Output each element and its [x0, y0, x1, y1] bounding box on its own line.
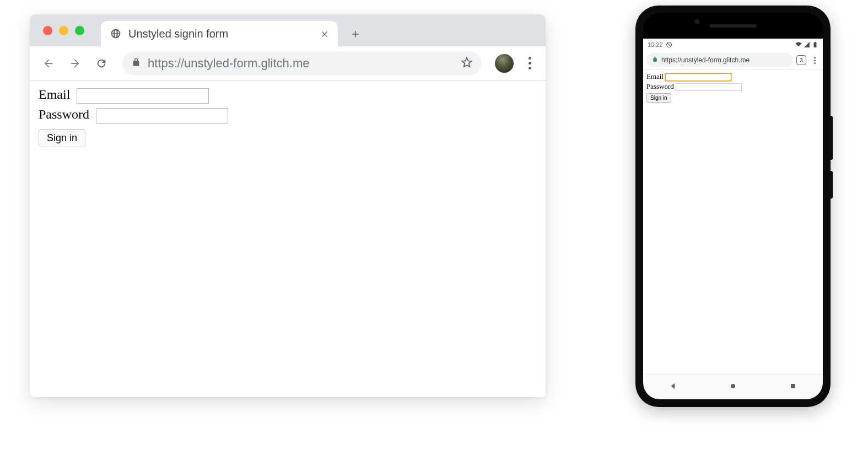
- forward-button[interactable]: [64, 52, 86, 74]
- mobile-menu-button[interactable]: [810, 57, 820, 64]
- back-button[interactable]: [37, 52, 60, 74]
- window-controls: [40, 14, 101, 46]
- password-row: Password: [39, 107, 537, 124]
- window-minimize-button[interactable]: [59, 26, 68, 35]
- cell-signal-icon: [804, 41, 810, 48]
- phone-notch: [643, 13, 823, 39]
- email-label: Email: [39, 87, 70, 101]
- svg-point-0: [731, 384, 735, 388]
- mobile-browser-toolbar: https://unstyled-form.glitch.me 3: [643, 51, 823, 69]
- svg-rect-1: [791, 384, 795, 388]
- page-body: Email Password Sign in: [30, 81, 546, 154]
- android-nav-bar: [643, 374, 823, 399]
- tab-count-button[interactable]: 3: [796, 55, 806, 65]
- mobile-password-input[interactable]: [676, 83, 742, 91]
- close-tab-icon[interactable]: [319, 28, 330, 39]
- mobile-password-label: Password: [646, 82, 674, 90]
- window-close-button[interactable]: [43, 26, 52, 35]
- mobile-password-row: Password: [646, 82, 820, 91]
- url-text: https://unstyled-form.glitch.me: [148, 56, 454, 71]
- profile-avatar[interactable]: [495, 54, 514, 73]
- bookmark-star-icon[interactable]: [461, 56, 473, 71]
- lock-icon: [131, 57, 141, 69]
- phone-device-frame: 10:22: [635, 6, 831, 407]
- mobile-email-row: Email: [646, 72, 820, 81]
- mobile-url-text: https://unstyled-form.glitch.me: [661, 56, 750, 64]
- phone-screen: 10:22: [643, 39, 823, 374]
- mobile-signin-button[interactable]: Sign in: [646, 93, 671, 103]
- phone-inner: 10:22: [643, 13, 823, 399]
- wifi-icon: [795, 41, 802, 48]
- do-not-disturb-icon: [666, 41, 672, 48]
- new-tab-button[interactable]: [346, 24, 365, 44]
- battery-icon: [812, 41, 818, 48]
- tab-title: Unstyled signin form: [128, 28, 312, 40]
- mobile-address-bar[interactable]: https://unstyled-form.glitch.me: [646, 53, 793, 67]
- mobile-page-body: Email Password Sign in: [643, 70, 823, 105]
- status-bar: 10:22: [643, 39, 823, 51]
- mobile-email-label: Email: [646, 72, 664, 81]
- window-maximize-button[interactable]: [75, 26, 84, 35]
- email-input[interactable]: [77, 88, 209, 104]
- android-back-button[interactable]: [668, 382, 677, 393]
- reload-button[interactable]: [90, 52, 112, 74]
- lock-icon: [652, 56, 658, 64]
- address-bar[interactable]: https://unstyled-form.glitch.me: [122, 51, 482, 76]
- browser-menu-button[interactable]: [521, 52, 538, 74]
- speaker-grille-icon: [709, 24, 757, 28]
- tab-strip: Unstyled signin form: [30, 14, 546, 46]
- browser-tab[interactable]: Unstyled signin form: [101, 21, 338, 46]
- desktop-browser-window: Unstyled signin form https://unstyled-fo…: [30, 14, 546, 397]
- android-overview-button[interactable]: [789, 382, 797, 393]
- email-row: Email: [39, 87, 537, 104]
- front-camera-icon: [694, 19, 700, 24]
- password-label: Password: [39, 107, 89, 121]
- mobile-email-input[interactable]: [665, 73, 731, 81]
- globe-icon: [110, 28, 122, 40]
- status-time: 10:22: [648, 41, 663, 48]
- android-home-button[interactable]: [729, 382, 737, 393]
- browser-toolbar: https://unstyled-form.glitch.me: [30, 46, 546, 81]
- password-input[interactable]: [96, 108, 228, 124]
- signin-button[interactable]: Sign in: [39, 129, 85, 147]
